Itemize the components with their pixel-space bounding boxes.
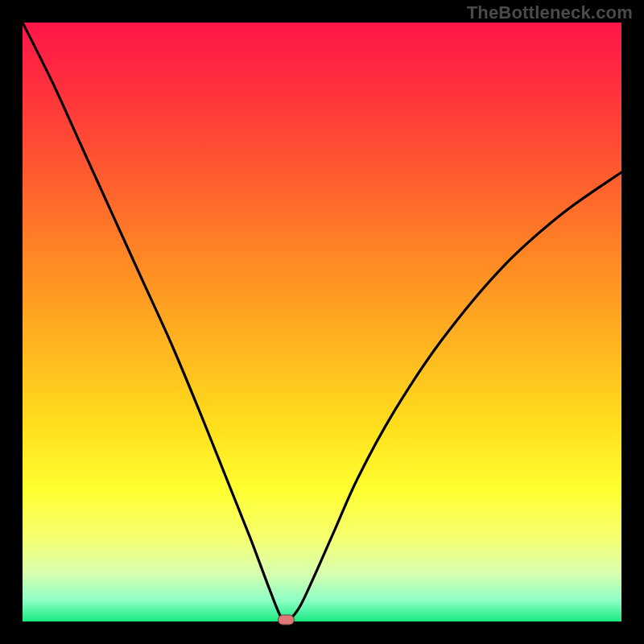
optimum-marker xyxy=(278,615,294,625)
chart-frame: TheBottleneck.com xyxy=(0,0,644,644)
plot-background xyxy=(23,23,621,621)
watermark-text: TheBottleneck.com xyxy=(467,2,633,23)
chart-canvas xyxy=(0,0,644,644)
